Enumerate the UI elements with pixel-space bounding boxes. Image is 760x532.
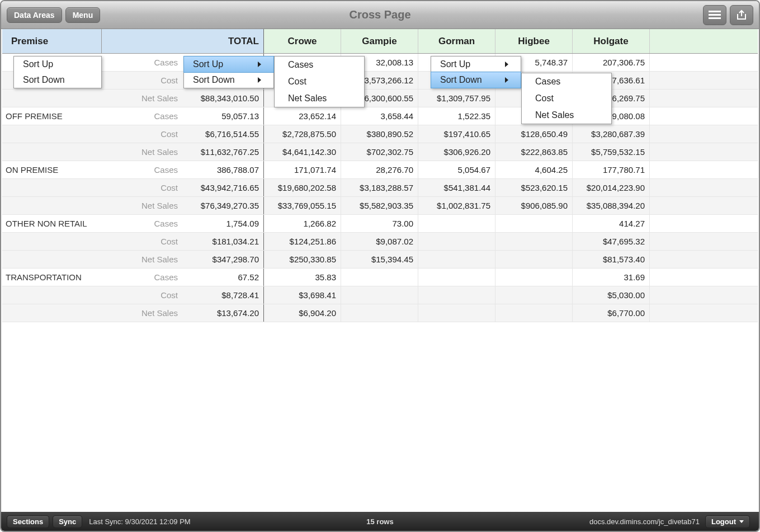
value-cell[interactable]: $906,085.90 bbox=[495, 197, 573, 214]
value-cell[interactable]: 3,658.44 bbox=[341, 107, 418, 125]
value-cell[interactable]: $128,650.49 bbox=[495, 125, 573, 143]
data-areas-button[interactable]: Data Areas bbox=[7, 7, 62, 23]
sort-sub-netsales[interactable]: Net Sales bbox=[522, 107, 611, 124]
total-cell[interactable]: 59,057.13 bbox=[182, 107, 264, 125]
premise-cell[interactable]: OFF PREMISE bbox=[2, 107, 102, 125]
value-cell[interactable] bbox=[418, 304, 495, 322]
value-cell[interactable]: $33,769,055.15 bbox=[264, 197, 341, 214]
value-cell[interactable]: $81,573.40 bbox=[573, 251, 650, 268]
value-cell[interactable]: $20,014,223.90 bbox=[573, 179, 650, 196]
value-cell[interactable] bbox=[418, 233, 495, 250]
value-cell[interactable]: $9,087.02 bbox=[341, 233, 418, 250]
value-cell[interactable] bbox=[495, 251, 573, 268]
total-cell[interactable]: 386,788.07 bbox=[182, 161, 264, 178]
value-cell[interactable]: $380,890.52 bbox=[341, 125, 418, 143]
value-cell[interactable]: $5,030.00 bbox=[573, 286, 650, 304]
column-header[interactable]: Higbee bbox=[495, 29, 573, 53]
sort-up-item[interactable]: Sort Up bbox=[183, 56, 274, 73]
premise-cell[interactable] bbox=[2, 90, 102, 107]
total-cell[interactable]: $181,034.21 bbox=[182, 233, 264, 250]
sort-sub-cases[interactable]: Cases bbox=[522, 73, 611, 90]
sort-down-item[interactable]: Sort Down bbox=[14, 72, 101, 88]
value-cell[interactable]: $15,394.45 bbox=[341, 251, 418, 268]
total-cell[interactable]: $43,942,716.65 bbox=[182, 179, 264, 196]
value-cell[interactable] bbox=[495, 215, 573, 232]
value-cell[interactable]: 73.00 bbox=[341, 215, 418, 232]
total-column-header[interactable]: TOTAL bbox=[182, 29, 264, 53]
premise-cell[interactable]: OTHER NON RETAIL bbox=[2, 215, 102, 232]
value-cell[interactable]: 5,054.67 bbox=[418, 161, 495, 178]
value-cell[interactable]: $3,280,687.39 bbox=[573, 125, 650, 143]
value-cell[interactable]: 1,522.35 bbox=[418, 107, 495, 125]
value-cell[interactable]: $1,309,757.95 bbox=[418, 90, 495, 107]
value-cell[interactable]: $19,680,202.58 bbox=[264, 179, 341, 196]
sync-button[interactable]: Sync bbox=[53, 515, 82, 528]
premise-cell[interactable] bbox=[2, 233, 102, 250]
total-cell[interactable]: $8,728.41 bbox=[182, 286, 264, 304]
value-cell[interactable]: $4,641,142.30 bbox=[264, 143, 341, 161]
column-header[interactable]: Gorman bbox=[418, 29, 495, 53]
sort-sub-cost[interactable]: Cost bbox=[522, 90, 611, 107]
value-cell[interactable]: 177,780.71 bbox=[573, 161, 650, 178]
value-cell[interactable] bbox=[341, 286, 418, 304]
value-cell[interactable]: 1,266.82 bbox=[264, 215, 341, 232]
value-cell[interactable]: $2,728,875.50 bbox=[264, 125, 341, 143]
value-cell[interactable]: $6,770.00 bbox=[573, 304, 650, 322]
value-cell[interactable]: $47,695.32 bbox=[573, 233, 650, 250]
value-cell[interactable]: $541,381.44 bbox=[418, 179, 495, 196]
value-cell[interactable]: $124,251.86 bbox=[264, 233, 341, 250]
value-cell[interactable]: $702,302.75 bbox=[341, 143, 418, 161]
total-cell[interactable]: $88,343,010.50 bbox=[182, 90, 264, 107]
sort-down-item[interactable]: Sort Down bbox=[431, 72, 521, 88]
premise-cell[interactable] bbox=[2, 179, 102, 196]
hamburger-icon[interactable] bbox=[703, 5, 726, 25]
premise-cell[interactable] bbox=[2, 197, 102, 214]
value-cell[interactable]: $3,698.41 bbox=[264, 286, 341, 304]
row-dimension-header[interactable]: Premise bbox=[2, 29, 102, 53]
menu-button[interactable]: Menu bbox=[65, 7, 101, 23]
share-icon[interactable] bbox=[730, 5, 753, 25]
column-header[interactable]: Crowe bbox=[264, 29, 341, 53]
logout-button[interactable]: Logout bbox=[705, 515, 750, 528]
premise-cell[interactable]: TRANSPORTATION bbox=[2, 269, 102, 286]
value-cell[interactable]: $35,088,394.20 bbox=[573, 197, 650, 214]
premise-cell[interactable]: ON PREMISE bbox=[2, 161, 102, 178]
value-cell[interactable]: $1,002,831.75 bbox=[418, 197, 495, 214]
value-cell[interactable]: $523,620.15 bbox=[495, 179, 573, 196]
total-cell[interactable]: $347,298.70 bbox=[182, 251, 264, 268]
value-cell[interactable] bbox=[495, 286, 573, 304]
value-cell[interactable] bbox=[418, 286, 495, 304]
column-header[interactable]: Gampie bbox=[341, 29, 418, 53]
premise-cell[interactable] bbox=[2, 125, 102, 143]
value-cell[interactable] bbox=[418, 215, 495, 232]
value-cell[interactable]: $250,330.85 bbox=[264, 251, 341, 268]
value-cell[interactable]: $306,926.20 bbox=[418, 143, 495, 161]
sort-sub-netsales[interactable]: Net Sales bbox=[275, 90, 364, 107]
value-cell[interactable]: $5,582,903.35 bbox=[341, 197, 418, 214]
total-cell[interactable]: 67.52 bbox=[182, 269, 264, 286]
value-cell[interactable]: 207,306.75 bbox=[573, 54, 650, 71]
value-cell[interactable]: 35.83 bbox=[264, 269, 341, 286]
value-cell[interactable]: 4,604.25 bbox=[495, 161, 573, 178]
sort-sub-cases[interactable]: Cases bbox=[275, 57, 364, 73]
premise-cell[interactable] bbox=[2, 251, 102, 268]
column-header[interactable]: Holgate bbox=[573, 29, 650, 53]
premise-cell[interactable] bbox=[2, 304, 102, 322]
sections-button[interactable]: Sections bbox=[7, 515, 49, 528]
value-cell[interactable] bbox=[495, 304, 573, 322]
value-cell[interactable] bbox=[418, 251, 495, 268]
value-cell[interactable]: 31.69 bbox=[573, 269, 650, 286]
total-cell[interactable]: 1,754.09 bbox=[182, 215, 264, 232]
value-cell[interactable]: $222,863.85 bbox=[495, 143, 573, 161]
value-cell[interactable]: 23,652.14 bbox=[264, 107, 341, 125]
value-cell[interactable]: $5,759,532.15 bbox=[573, 143, 650, 161]
sort-sub-cost[interactable]: Cost bbox=[275, 73, 364, 90]
value-cell[interactable]: $3,183,288.57 bbox=[341, 179, 418, 196]
premise-cell[interactable] bbox=[2, 286, 102, 304]
total-cell[interactable]: $13,674.20 bbox=[182, 304, 264, 322]
total-cell[interactable]: $76,349,270.35 bbox=[182, 197, 264, 214]
value-cell[interactable]: $197,410.65 bbox=[418, 125, 495, 143]
value-cell[interactable]: 28,276.70 bbox=[341, 161, 418, 178]
value-cell[interactable] bbox=[341, 304, 418, 322]
value-cell[interactable]: 414.27 bbox=[573, 215, 650, 232]
